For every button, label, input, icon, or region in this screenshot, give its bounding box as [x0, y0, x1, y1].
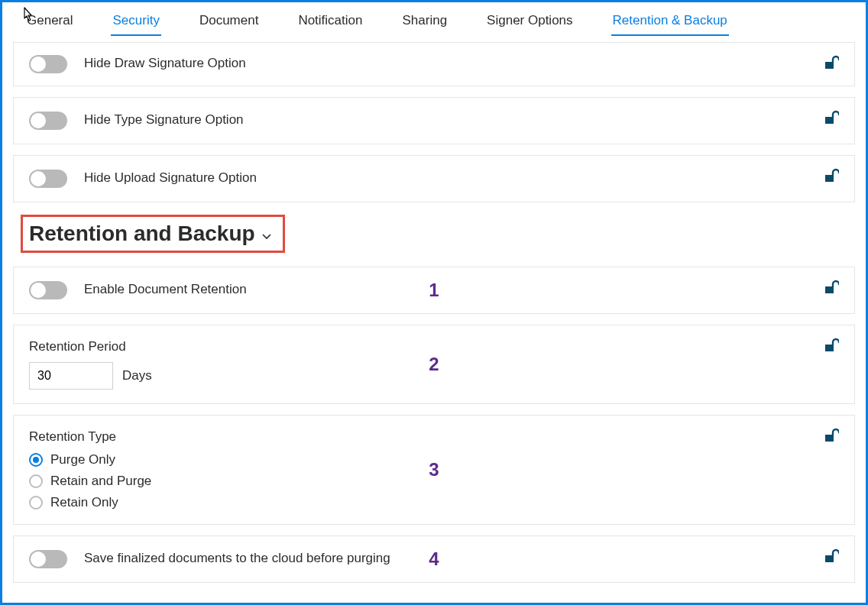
cursor-icon: [21, 7, 34, 27]
setting-retention-period: Retention Period Days 2: [13, 325, 855, 404]
toggle-hide-type[interactable]: [29, 112, 67, 130]
setting-hide-draw: Hide Draw Signature Option: [13, 42, 855, 86]
label-hide-upload: Hide Upload Signature Option: [84, 170, 257, 186]
radio-icon: [29, 474, 43, 488]
radio-label: Retain Only: [50, 495, 118, 510]
unlock-icon[interactable]: [822, 168, 839, 183]
unlock-icon[interactable]: [822, 428, 839, 443]
unlock-icon[interactable]: [822, 110, 839, 125]
input-retention-period[interactable]: [29, 362, 113, 390]
tab-security[interactable]: Security: [111, 10, 160, 39]
label-retention-period: Retention Period: [29, 339, 839, 354]
app-frame: General Security Document Notification S…: [0, 0, 868, 605]
tab-bar: General Security Document Notification S…: [2, 2, 866, 39]
toggle-hide-upload[interactable]: [29, 170, 67, 188]
setting-hide-upload: Hide Upload Signature Option: [13, 155, 855, 202]
annotation-2: 2: [429, 354, 439, 375]
tab-sharing[interactable]: Sharing: [401, 10, 449, 39]
annotation-3: 3: [429, 459, 439, 480]
label-save-cloud: Save finalized documents to the cloud be…: [84, 550, 390, 566]
annotation-4: 4: [429, 548, 439, 570]
tab-signer-options[interactable]: Signer Options: [485, 10, 574, 39]
label-enable-retention: Enable Document Retention: [84, 281, 247, 297]
section-title-text: Retention and Backup: [29, 222, 255, 246]
toggle-save-cloud[interactable]: [29, 550, 67, 568]
section-header-retention[interactable]: Retention and Backup: [21, 215, 285, 253]
radio-icon: [29, 453, 43, 467]
setting-hide-type: Hide Type Signature Option: [13, 97, 855, 144]
label-retention-type: Retention Type: [29, 429, 839, 445]
toggle-enable-retention[interactable]: [29, 281, 67, 299]
tab-retention-backup[interactable]: Retention & Backup: [611, 10, 729, 39]
unlock-icon[interactable]: [822, 548, 839, 564]
radio-retain-only[interactable]: Retain Only: [29, 495, 839, 510]
label-hide-draw: Hide Draw Signature Option: [84, 55, 246, 71]
radio-icon: [29, 496, 43, 510]
radio-label: Retain and Purge: [50, 474, 151, 489]
chevron-down-icon: [261, 222, 272, 246]
setting-enable-retention: Enable Document Retention 1: [13, 267, 855, 314]
radio-label: Purge Only: [50, 452, 115, 467]
unit-days: Days: [122, 368, 152, 383]
label-hide-type: Hide Type Signature Option: [84, 112, 244, 128]
unlock-icon[interactable]: [822, 338, 839, 353]
section-header-wrap: Retention and Backup: [21, 215, 847, 253]
annotation-1: 1: [429, 280, 439, 301]
unlock-icon[interactable]: [822, 55, 839, 70]
tab-document[interactable]: Document: [198, 10, 260, 39]
toggle-hide-draw[interactable]: [29, 55, 67, 73]
setting-save-cloud: Save finalized documents to the cloud be…: [13, 535, 855, 583]
tab-notification[interactable]: Notification: [296, 10, 364, 39]
unlock-icon[interactable]: [822, 280, 839, 295]
setting-retention-type: Retention Type Purge Only Retain and Pur…: [13, 415, 855, 525]
settings-list: Hide Draw Signature Option Hide Type Sig…: [2, 39, 866, 601]
